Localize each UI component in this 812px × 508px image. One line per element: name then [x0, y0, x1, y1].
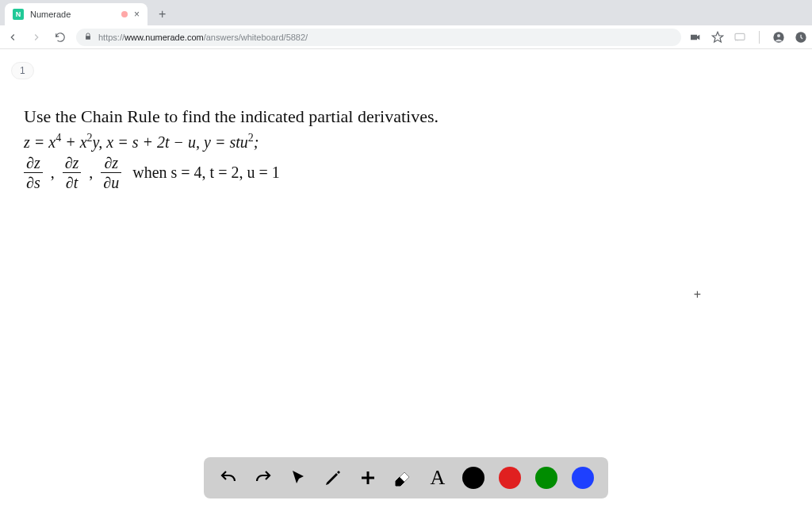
profile-icon[interactable]: [772, 31, 785, 44]
recording-indicator-icon: [121, 11, 128, 17]
pen-tool[interactable]: [323, 468, 343, 488]
camera-icon[interactable]: [689, 31, 702, 44]
reload-button[interactable]: [52, 32, 68, 43]
tab-strip: N Numerade × +: [0, 0, 812, 25]
partial-dz-dt: ∂z ∂t: [63, 155, 82, 190]
browser-action-icons: [689, 31, 807, 44]
text-tool[interactable]: A: [427, 468, 448, 488]
page-number-indicator[interactable]: 1: [11, 62, 34, 79]
lock-icon: [84, 33, 92, 42]
svg-point-3: [777, 34, 780, 37]
tab-close-icon[interactable]: ×: [134, 9, 140, 20]
browser-chrome: N Numerade × + https://www.numerade.com/…: [0, 0, 812, 49]
problem-partials: ∂z ∂s , ∂z ∂t , ∂z ∂u when s = 4, t = 2,…: [24, 155, 780, 190]
cast-icon[interactable]: [733, 31, 746, 44]
problem-equation: z = x4 + x2y, x = s + 2t − u, y = stu2;: [24, 132, 780, 152]
star-icon[interactable]: [711, 31, 724, 44]
problem-condition: when s = 4, t = 2, u = 1: [132, 164, 280, 182]
tab-title: Numerade: [30, 10, 115, 19]
partial-dz-du: ∂z ∂u: [101, 155, 121, 190]
color-black[interactable]: [462, 467, 485, 489]
url-text: https://www.numerade.com/answers/whitebo…: [98, 33, 308, 42]
address-bar-row: https://www.numerade.com/answers/whitebo…: [0, 25, 812, 49]
partial-dz-ds: ∂z ∂s: [24, 155, 43, 190]
whiteboard-page: 1 Use the Chain Rule to find the indicat…: [0, 49, 812, 508]
separator: ,: [89, 164, 93, 182]
svg-marker-0: [712, 32, 722, 42]
whiteboard-toolbar: A: [204, 457, 608, 498]
address-bar[interactable]: https://www.numerade.com/answers/whitebo…: [76, 29, 681, 46]
new-tab-button[interactable]: +: [154, 3, 170, 25]
separator: [759, 31, 760, 44]
add-tool[interactable]: [358, 468, 378, 488]
eraser-tool[interactable]: [393, 468, 413, 488]
undo-button[interactable]: [218, 468, 239, 488]
problem-prompt: Use the Chain Rule to find the indicated…: [24, 106, 780, 127]
color-green[interactable]: [535, 467, 557, 489]
menu-icon[interactable]: [795, 31, 807, 44]
canvas-cursor-icon: +: [694, 287, 701, 302]
redo-button[interactable]: [253, 468, 274, 488]
forward-button[interactable]: [29, 32, 44, 43]
svg-rect-1: [735, 33, 745, 40]
browser-tab[interactable]: N Numerade ×: [5, 3, 147, 25]
problem-statement: Use the Chain Rule to find the indicated…: [24, 106, 780, 190]
separator: ,: [51, 164, 55, 182]
pointer-tool[interactable]: [288, 468, 308, 488]
back-button[interactable]: [5, 32, 21, 43]
favicon-icon: N: [13, 9, 24, 20]
color-blue[interactable]: [572, 467, 594, 489]
color-red[interactable]: [499, 467, 521, 489]
